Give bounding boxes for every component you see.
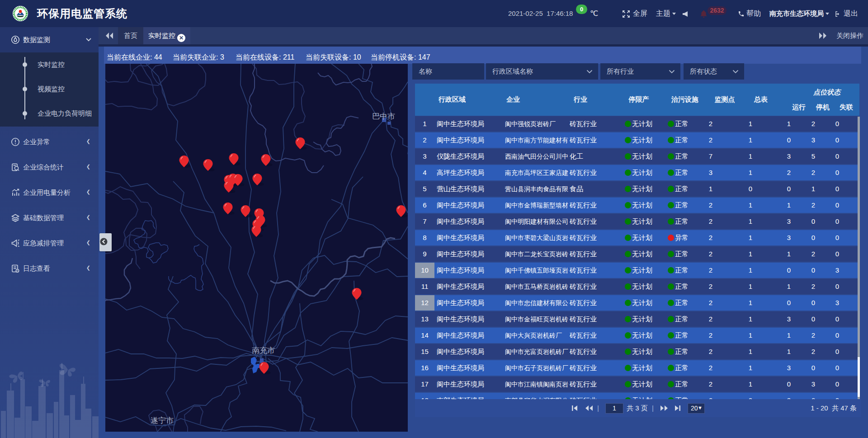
svg-text:遂宁市: 遂宁市 [151,416,174,425]
svg-text:巴中市: 巴中市 [372,112,395,121]
svg-text:南充市: 南充市 [252,346,275,355]
